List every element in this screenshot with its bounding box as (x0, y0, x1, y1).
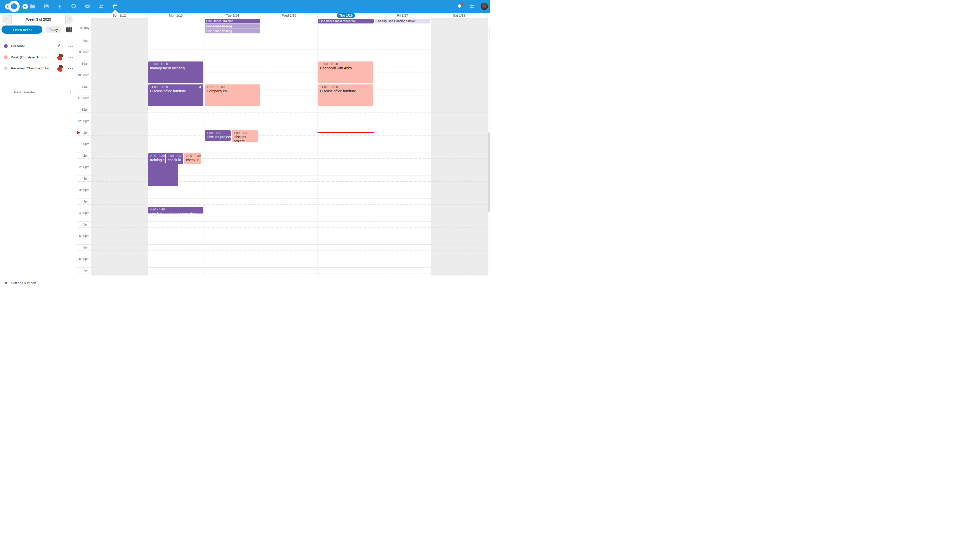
quarter-hour-line (76, 124, 487, 124)
quarter-hour-line (76, 193, 487, 193)
scrollbar-thumb-secondary[interactable] (488, 27, 490, 41)
event[interactable]: 4:20 - 4:40purchasing dept conversation (148, 206, 204, 214)
week-label[interactable]: Week 3 of 2020 (11, 15, 65, 24)
time-axis-label: 12:30pm (76, 119, 89, 123)
slot-line (76, 72, 487, 73)
week-view-toggle-icon[interactable] (66, 27, 72, 32)
slot-line (76, 164, 487, 164)
sidebar-calendar-item[interactable]: Work (Christine Schott) (0, 52, 76, 63)
slot-line (76, 210, 487, 210)
next-week-button[interactable] (65, 15, 73, 24)
event-time: 1:00 - 1:30 (207, 131, 230, 135)
share-link-icon[interactable] (57, 43, 61, 49)
time-axis-label: 4pm (76, 200, 89, 203)
quarter-hour-line (76, 113, 487, 113)
all-day-event[interactable]: Line dance training (205, 29, 260, 33)
time-axis-label: 11am (76, 85, 89, 89)
time-axis-label: 2pm (76, 154, 89, 157)
new-event-button[interactable]: + New event (2, 25, 42, 34)
day-header-mon: Mon 1/13 (148, 13, 204, 18)
contacts-menu-icon[interactable] (469, 3, 475, 10)
notifications-bell-icon[interactable] (456, 3, 463, 10)
time-axis-label: 5:30pm (76, 234, 89, 238)
event[interactable]: 1:00 - 1:30Discuss project announcement (231, 130, 259, 142)
time-axis-label: 10am (76, 62, 89, 65)
quarter-hour-line (76, 89, 487, 90)
reminder-bell-icon (199, 86, 202, 90)
time-axis-label: 3pm (76, 177, 89, 180)
previous-week-button[interactable] (2, 15, 11, 24)
event[interactable]: 11:00 - 12:00Discuss office furniture (148, 84, 204, 106)
all-day-event[interactable]: Line dance training (205, 24, 260, 29)
sidebar-calendar-item[interactable]: Personal (Christine Scho… (0, 63, 76, 74)
calendar-name: Work (Christine Schott) (11, 56, 56, 59)
event[interactable]: 11:00 - 12:00Company call (204, 84, 260, 106)
event-time: 11:00 - 12:00 (150, 85, 202, 89)
quarter-hour-line (76, 181, 487, 182)
calendar-list: PersonalWork (Christine Schott)Personal … (0, 41, 76, 74)
time-axis-label: 11:30am (76, 97, 89, 100)
quarter-hour-line (76, 147, 487, 147)
calendar-icon (112, 3, 118, 10)
activity-icon (57, 3, 63, 10)
time-axis-label: 1:30pm (76, 142, 89, 146)
day-header-tue: Tue 1/14 (204, 13, 261, 18)
day-header-thu: Thu 1/16 (318, 13, 374, 18)
day-header-wed: Wed 1/15 (261, 13, 318, 18)
people-icon (469, 3, 475, 10)
all-day-event[interactable]: The Big Line Dancing Show!!! (375, 19, 430, 24)
chevron-right-icon (67, 18, 70, 21)
plus-icon (68, 90, 72, 94)
slot-line (76, 38, 487, 38)
event[interactable]: 1:00 - 1:30Discuss project announcement (204, 130, 231, 141)
quarter-hour-line (76, 67, 487, 67)
sidebar-calendar-item[interactable]: Personal (0, 41, 76, 52)
user-avatar[interactable] (481, 3, 488, 10)
event[interactable]: 10:00 - 11:00management meeting (148, 61, 204, 83)
week-navigation: Week 3 of 2020 (2, 15, 73, 24)
event[interactable]: 2:00 - 2:30check-in (165, 153, 183, 164)
event-time: 2:00 - 2:30 (168, 154, 182, 158)
calendar-actions-menu-icon[interactable] (68, 57, 73, 58)
app-icon-contacts[interactable] (94, 0, 108, 13)
quarter-hour-line (76, 250, 487, 251)
event-time: 10:00 - 11:00 (320, 62, 372, 66)
calendar-color-dot (4, 44, 8, 48)
event-title: Discuss project announcement (207, 135, 230, 139)
scrollbar-thumb[interactable] (488, 132, 490, 212)
today-pill: Thu 1/16 (337, 13, 355, 18)
app-icon-calendar[interactable] (108, 0, 122, 13)
all-day-event[interactable]: Line Dance Training (205, 19, 260, 24)
column-border (431, 13, 431, 275)
today-button[interactable]: Today (46, 26, 61, 33)
event-title: Discuss project announcement (234, 135, 257, 142)
app-icon-mail[interactable] (81, 0, 94, 13)
slot-line (76, 84, 487, 84)
time-axis-label: 4:30pm (76, 211, 89, 215)
quarter-hour-line (76, 135, 487, 136)
event-title: Company call (207, 89, 259, 93)
event[interactable]: 2:00 - 2:30check-in (184, 153, 202, 164)
time-axis-label: 9:30am (76, 51, 89, 54)
app-icon-talk[interactable] (67, 0, 81, 13)
app-icon-photos[interactable] (39, 0, 53, 13)
event[interactable]: 11:00 - 12:00Discuss office furniture (318, 84, 374, 106)
all-day-event[interactable]: Line dance main rehearsal (318, 19, 374, 24)
calendar-name: Personal (11, 44, 56, 48)
app-icon-activity[interactable] (53, 0, 67, 13)
scrollbar[interactable] (487, 18, 490, 276)
mail-icon (84, 3, 91, 10)
quarter-hour-line (76, 239, 487, 239)
event-title: Phonecall with Abby (320, 66, 372, 70)
new-calendar-button[interactable]: + New calendar (0, 87, 76, 98)
calendar-actions-menu-icon[interactable] (68, 46, 73, 47)
current-time-line (318, 132, 374, 133)
event-time: 10:00 - 11:00 (150, 62, 202, 66)
quarter-hour-line (76, 204, 487, 205)
topbar-right (456, 0, 488, 13)
calendar-actions-menu-icon[interactable] (68, 68, 73, 69)
event[interactable]: 10:00 - 11:00Phonecall with Abby (318, 61, 374, 83)
app-icon-files[interactable] (25, 0, 39, 13)
sidebar: Week 3 of 2020 + New event Today Persona… (0, 13, 76, 275)
calendar-name: Personal (Christine Scho… (11, 66, 56, 70)
